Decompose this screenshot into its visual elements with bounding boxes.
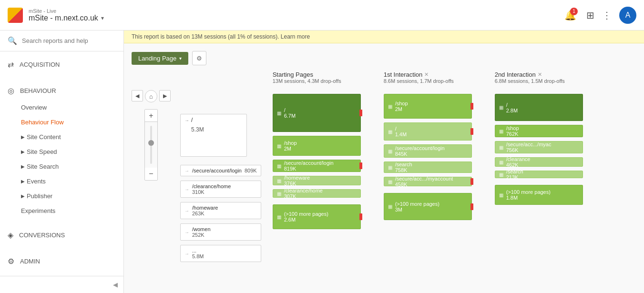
nav-item-acquisition[interactable]: ⇄ ACQUISITION: [0, 55, 123, 74]
left-node-3[interactable]: → /women 252K: [180, 223, 261, 241]
starting-bar-1-label: /shop: [284, 140, 297, 146]
second-int-bar-4[interactable]: ▦ /search 213K: [495, 171, 583, 178]
chevron-left-icon: ◀: [113, 281, 118, 288]
first-int-bar-2[interactable]: ▦ /secure/account/login 845K: [384, 144, 472, 158]
sidebar-item-overview[interactable]: Overview: [0, 100, 123, 115]
fi-drop-pip-1: [470, 128, 473, 135]
first-int-4-count: 458K: [395, 182, 453, 187]
site-dropdown-arrow[interactable]: ▾: [101, 15, 104, 21]
fi-drop-pip-0: [470, 103, 473, 110]
starting-bar-4[interactable]: ▦ /clearance/home 307K: [273, 189, 361, 198]
first-int-1-label: /: [395, 126, 407, 131]
sidebar-item-site-speed[interactable]: ▶ Site Speed: [0, 144, 123, 159]
second-int-bar-3[interactable]: ▦ /clearance 462K: [495, 157, 583, 167]
second-int-0-label: /: [506, 102, 518, 108]
nav-home-button[interactable]: ⌂: [145, 90, 157, 102]
nav-item-admin[interactable]: ⚙ ADMIN: [0, 252, 123, 271]
second-int-bar-2[interactable]: ▦ /secure/acc.../myac 756K: [495, 141, 583, 153]
second-int-bar-5[interactable]: ▦ (>100 more pages) 1.8M: [495, 185, 583, 205]
flow-settings-button[interactable]: ⚙: [192, 51, 206, 65]
close-second-icon[interactable]: ✕: [538, 71, 542, 78]
zoom-out-button[interactable]: −: [145, 168, 157, 180]
second-int-4-label: /search: [506, 169, 523, 174]
left-node-3-count: 252K: [192, 232, 211, 238]
flow-controls: Landing Page ▾ ⚙: [132, 51, 636, 65]
topbar-actions: 🔔 1 ⊞ ⋮ A: [562, 7, 636, 24]
starting-bar-5[interactable]: ▦ (>100 more pages) 2.6M: [273, 204, 361, 229]
second-int-2-count: 756K: [506, 147, 552, 153]
search-input[interactable]: [22, 37, 116, 44]
left-node-4[interactable]: → ... 5.8M: [180, 245, 261, 262]
left-node-4-count: 5.8M: [192, 253, 204, 259]
first-int-bar-4[interactable]: ▦ /secure/acc.../myaccount 458K: [384, 177, 472, 186]
starting-pages-header: Starting Pages 13M sessions, 4.3M drop-o…: [273, 71, 361, 90]
root-node-count: 5.3M: [184, 126, 204, 133]
starting-bar-4-count: 307K: [284, 193, 323, 199]
grid-mini-fi-5: ▦: [388, 204, 392, 209]
nav-item-behaviour[interactable]: ◎ BEHAVIOUR: [0, 81, 123, 100]
nav-admin-section: ⚙ ADMIN: [0, 248, 123, 274]
starting-bar-2[interactable]: ▦ /secure/account/login 819K: [273, 160, 361, 172]
first-int-1-count: 1.4M: [395, 131, 407, 137]
second-int-2-label: /secure/acc.../myac: [506, 141, 552, 147]
root-node[interactable]: → / 5.3M: [180, 114, 247, 157]
close-first-icon[interactable]: ✕: [424, 71, 429, 78]
first-int-bar-1[interactable]: ▦ / 1.4M: [384, 122, 472, 141]
nav-left-button[interactable]: ◀: [132, 90, 143, 101]
sidebar-item-experiments[interactable]: Experiments: [0, 203, 123, 218]
first-int-bar-0[interactable]: ▦ /shop 2M: [384, 94, 472, 119]
zoom-in-button[interactable]: +: [145, 110, 157, 122]
grid-mini-icon-0: ▦: [277, 111, 281, 116]
drop-pip-2: [359, 162, 362, 169]
sidebar-item-publisher[interactable]: ▶ Publisher: [0, 189, 123, 203]
grid-mini-fi-0: ▦: [388, 104, 392, 109]
nav-right-button[interactable]: ▶: [159, 90, 171, 101]
zoom-slider[interactable]: [150, 126, 152, 164]
zoom-controls: + −: [144, 109, 158, 181]
left-node-1[interactable]: → /clearance/home 310K: [180, 181, 261, 198]
starting-bar-2-count: 819K: [284, 166, 334, 172]
arrow-icon-4: →: [184, 251, 189, 256]
left-node-2[interactable]: → /homeware 263K: [180, 202, 261, 219]
left-node-1-count: 310K: [192, 189, 231, 195]
second-int-bar-1[interactable]: ▦ /shop 762K: [495, 125, 583, 137]
first-int-bar-3[interactable]: ▦ /search 758K: [384, 162, 472, 173]
grid-mini-si-2: ▦: [499, 145, 503, 150]
first-int-2-label: /secure/account/login: [395, 145, 445, 151]
left-node-0-label: /secure/account/login: [192, 168, 242, 173]
settings-icon: ⚙: [196, 55, 202, 62]
second-int-bar-0[interactable]: ▦ / 2.8M: [495, 94, 583, 121]
notifications-button[interactable]: 🔔 1: [562, 7, 579, 24]
nav-item-conversions[interactable]: ◈ CONVERSIONS: [0, 226, 123, 244]
grid-mini-icon-5: ▦: [277, 214, 281, 220]
sidebar: 🔍 ⇄ ACQUISITION ◎ BEHAVIOUR Overview Beh…: [0, 30, 124, 293]
sidebar-item-site-search[interactable]: ▶ Site Search: [0, 159, 123, 174]
left-node-0[interactable]: → /secure/account/login 809K: [180, 165, 261, 176]
drop-pip-0: [359, 110, 362, 116]
more-options-icon[interactable]: ⋮: [602, 10, 612, 21]
starting-bar-0-label: /: [284, 107, 296, 113]
grid-mini-icon-3: ▦: [277, 178, 281, 183]
flow-area[interactable]: Landing Page ▾ ⚙ ◀ ⌂ ▶: [124, 43, 644, 293]
starting-bar-0[interactable]: ▦ / 6.7M: [273, 94, 361, 132]
topbar: mSite - Live mSite - m.next.co.uk ▾ 🔔 1 …: [0, 0, 644, 30]
nav-behaviour-section: ◎ BEHAVIOUR Overview Behaviour Flow ▶ Si…: [0, 78, 123, 222]
sidebar-item-events[interactable]: ▶ Events: [0, 174, 123, 189]
user-avatar[interactable]: A: [619, 7, 636, 24]
landing-page-button[interactable]: Landing Page ▾: [132, 52, 188, 65]
grid-icon[interactable]: ⊞: [586, 10, 594, 21]
main-layout: 🔍 ⇄ ACQUISITION ◎ BEHAVIOUR Overview Beh…: [0, 30, 644, 293]
starting-bar-3[interactable]: ▦ /homeware 376K: [273, 176, 361, 185]
first-int-bar-5[interactable]: ▦ (>100 more pages) 3M: [384, 193, 472, 220]
grid-mini-icon-2: ▦: [277, 163, 281, 169]
sidebar-item-behaviour-flow[interactable]: Behaviour Flow: [0, 115, 123, 130]
sidebar-item-site-content[interactable]: ▶ Site Content: [0, 130, 123, 144]
collapse-sidebar-button[interactable]: ◀: [0, 276, 123, 293]
left-node-4-label: ...: [192, 248, 204, 253]
left-node-2-count: 263K: [192, 211, 218, 216]
starting-bar-5-label: (>100 more pages): [284, 211, 328, 217]
arrow-icon-2: →: [184, 208, 189, 213]
expand-arrow-site-content: ▶: [21, 134, 25, 140]
starting-bar-1[interactable]: ▦ /shop 2M: [273, 136, 361, 156]
expand-arrow-site-search: ▶: [21, 164, 25, 169]
